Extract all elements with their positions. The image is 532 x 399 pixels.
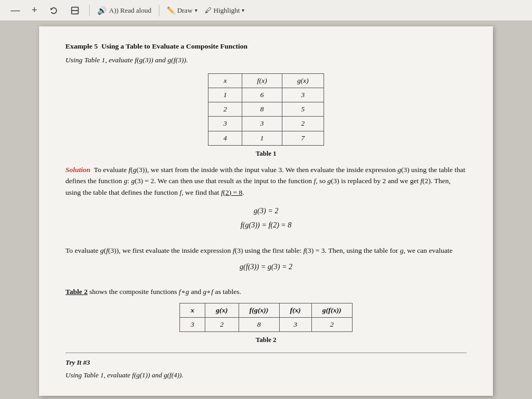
t2-col-x: x <box>180 303 205 317</box>
draw-button[interactable]: ✏️ Draw ▾ <box>167 6 197 15</box>
t2-col-fx: f(x) <box>279 303 311 317</box>
page: Example 5 Using a Table to Evaluate a Co… <box>39 26 493 396</box>
divider-2 <box>159 5 159 16</box>
t2-col-fgx: f(g(x)) <box>239 303 279 317</box>
content-area: Example 5 Using a Table to Evaluate a Co… <box>0 21 532 399</box>
table-row: 3 3 2 <box>208 117 324 131</box>
table1-caption: Table 1 <box>256 149 277 159</box>
toolbar: — + 🔊 A)) Read aloud ✏️ Draw ▾ 🖊 Highlig… <box>0 0 532 21</box>
example-heading: Using a Table to Evaluate a Composite Fu… <box>101 42 248 50</box>
example-number: Example 5 <box>65 42 98 50</box>
try-it-title: Try It #3 <box>65 357 467 368</box>
undo-button[interactable] <box>47 5 61 16</box>
fit-button[interactable] <box>68 5 82 16</box>
table-row: 3 2 8 3 2 <box>180 318 353 332</box>
highlight-label: Highlight <box>214 6 240 15</box>
t2-col-gfx: g(f(x)) <box>311 303 352 317</box>
table1-container: x f(x) g(x) 1 6 3 2 8 5 <box>65 73 467 159</box>
draw-chevron-icon: ▾ <box>195 7 197 13</box>
intro-text: Using Table 1, evaluate f(g(3)) and g(f(… <box>65 55 467 65</box>
draw-label: Draw <box>177 6 193 15</box>
highlight-icon: 🖊 <box>205 6 212 15</box>
table2-container: x g(x) f(g(x)) f(x) g(f(x)) 3 2 8 3 2 <box>65 303 467 345</box>
table2: x g(x) f(g(x)) f(x) g(f(x)) 3 2 8 3 2 <box>179 303 353 332</box>
example-title: Example 5 Using a Table to Evaluate a Co… <box>65 41 467 52</box>
paragraph-3: Table 2 shows the composite functions f∘… <box>65 286 467 298</box>
equation-2: f(g(3)) = f(2) = 8 <box>65 220 467 231</box>
try-it-section: Try It #3 Using Table 1, evaluate f(g(1)… <box>65 353 467 380</box>
read-aloud-icon: 🔊 <box>97 6 107 15</box>
try-it-text: Using Table 1, evaluate f(g(1)) and g(f(… <box>65 370 467 381</box>
solution-word: Solution <box>65 166 90 174</box>
equation-3: g(f(3)) = g(3) = 2 <box>65 261 467 272</box>
equation-1: g(3) = 2 <box>65 205 467 216</box>
draw-icon: ✏️ <box>167 6 175 15</box>
t2-col-gx: g(x) <box>205 303 239 317</box>
table-row: 4 1 7 <box>208 131 324 145</box>
minus-button[interactable]: — <box>8 4 22 17</box>
col-fx-header: f(x) <box>242 73 282 88</box>
paragraph-2: To evaluate g(f(3)), we first evaluate t… <box>65 245 467 256</box>
table1: x f(x) g(x) 1 6 3 2 8 5 <box>208 73 324 146</box>
highlight-chevron-icon: ▾ <box>242 7 244 13</box>
table2-caption: Table 2 <box>256 335 277 345</box>
col-gx-header: g(x) <box>282 73 324 88</box>
read-aloud-button[interactable]: 🔊 A)) Read aloud <box>97 6 151 15</box>
read-aloud-label: A)) Read aloud <box>109 6 151 15</box>
table2-ref: Table 2 <box>65 288 88 296</box>
solution-section: Solution To evaluate f(g(3)), we start f… <box>65 164 467 198</box>
plus-button[interactable]: + <box>30 4 40 17</box>
col-x-header: x <box>208 73 242 88</box>
fit-icon <box>70 6 80 15</box>
table-row: 2 8 5 <box>208 102 324 117</box>
undo-icon <box>49 6 59 15</box>
highlight-button[interactable]: 🖊 Highlight ▾ <box>205 6 245 15</box>
divider-1 <box>89 5 90 16</box>
table-row: 1 6 3 <box>208 88 324 102</box>
